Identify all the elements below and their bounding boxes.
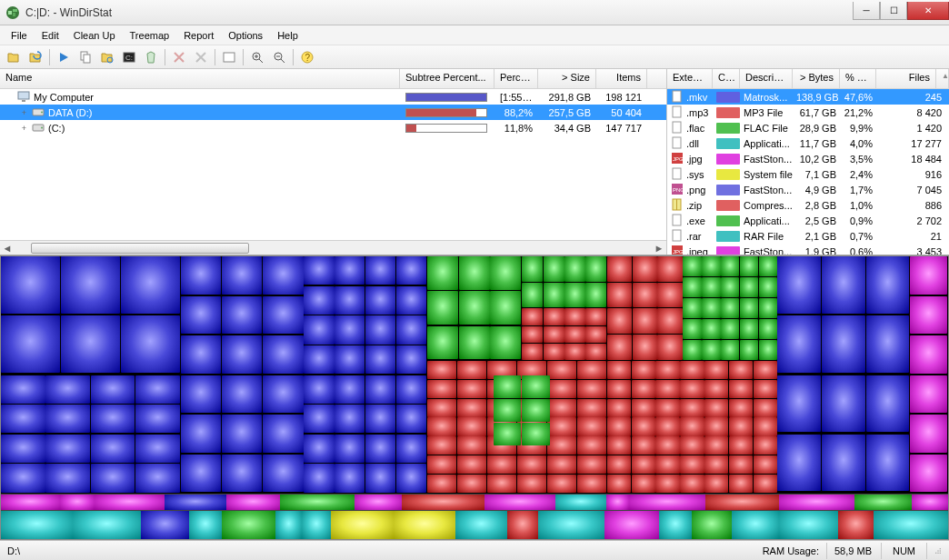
treemap-block[interactable]	[655, 399, 679, 417]
dir-col-subtree-percent-[interactable]: Subtree Percent...	[400, 69, 494, 88]
treemap-block[interactable]	[1, 464, 45, 492]
treemap-block[interactable]	[135, 375, 180, 404]
treemap-block[interactable]	[73, 511, 142, 539]
treemap-block[interactable]	[222, 511, 275, 539]
treemap-block[interactable]	[655, 475, 679, 493]
treemap-block[interactable]	[304, 405, 334, 433]
treemap-block[interactable]	[547, 436, 576, 455]
treemap-block[interactable]	[729, 417, 753, 435]
ext-col-files[interactable]: Files	[876, 69, 936, 88]
treemap-block[interactable]	[365, 405, 395, 433]
treemap-block[interactable]	[490, 291, 521, 325]
horizontal-scrollbar[interactable]: ◄ ►	[0, 240, 666, 255]
treemap-block[interactable]	[263, 256, 303, 295]
treemap-block[interactable]	[45, 375, 90, 404]
treemap-block[interactable]	[544, 283, 564, 308]
treemap-block[interactable]	[427, 361, 456, 379]
treemap-block[interactable]	[910, 335, 947, 374]
treemap-block[interactable]	[702, 277, 720, 297]
treemap-block[interactable]	[704, 417, 728, 435]
treemap-block[interactable]	[838, 511, 874, 539]
treemap-block[interactable]	[1, 435, 45, 463]
zoom-out-icon[interactable]	[269, 47, 289, 67]
treemap-block[interactable]	[538, 511, 604, 539]
treemap-block[interactable]	[494, 375, 522, 398]
treemap-block[interactable]	[365, 375, 395, 404]
treemap-block[interactable]	[607, 380, 631, 398]
delete-perm-icon[interactable]	[191, 47, 211, 67]
treemap-block[interactable]	[754, 455, 777, 474]
treemap-block[interactable]	[335, 405, 365, 433]
treemap-block[interactable]	[263, 335, 303, 374]
treemap-block[interactable]	[544, 344, 564, 360]
dir-col--size[interactable]: > Size	[538, 69, 596, 88]
treemap-block[interactable]	[729, 475, 753, 493]
treemap-block[interactable]	[304, 286, 334, 315]
cmd-icon[interactable]: C:	[119, 47, 139, 67]
treemap-block[interactable]	[91, 435, 135, 463]
directory-list[interactable]: My Computer[1:55 s]291,8 GB198 121+DATA …	[0, 89, 666, 240]
treemap-block[interactable]	[522, 283, 543, 308]
menu-help[interactable]: Help	[270, 27, 305, 44]
menu-treemap[interactable]: Treemap	[123, 27, 177, 44]
treemap-block[interactable]	[680, 417, 704, 435]
treemap-block[interactable]	[135, 464, 180, 492]
treemap-block[interactable]	[704, 399, 728, 417]
treemap-block[interactable]	[683, 298, 701, 318]
treemap-block[interactable]	[394, 511, 455, 539]
treemap-block[interactable]	[396, 375, 426, 404]
ext-row[interactable]: .dllApplicati...11,7 GB4,0%17 277	[667, 135, 949, 151]
treemap-block[interactable]	[779, 495, 854, 510]
menu-edit[interactable]: Edit	[35, 27, 66, 44]
treemap-block[interactable]	[45, 464, 90, 492]
treemap-block[interactable]	[335, 345, 365, 374]
treemap-block[interactable]	[402, 495, 484, 510]
treemap-block[interactable]	[304, 435, 334, 463]
treemap-block[interactable]	[522, 375, 550, 398]
treemap-block[interactable]	[702, 256, 720, 276]
treemap-block[interactable]	[547, 475, 576, 493]
tree-toggle-icon[interactable]: +	[20, 124, 28, 133]
treemap-block[interactable]	[704, 380, 728, 398]
treemap-block[interactable]	[263, 455, 303, 493]
treemap-block[interactable]	[607, 361, 631, 379]
ext-row[interactable]: .exeApplicati...2,5 GB0,9%2 702	[667, 213, 949, 228]
treemap-block[interactable]	[457, 436, 486, 455]
treemap-block[interactable]	[680, 380, 704, 398]
treemap-block[interactable]	[910, 415, 947, 453]
treemap-block[interactable]	[487, 475, 516, 493]
treemap-block[interactable]	[1, 375, 45, 404]
treemap-block[interactable]	[222, 455, 262, 493]
treemap-block[interactable]	[365, 256, 395, 285]
treemap-block[interactable]	[331, 511, 394, 539]
treemap-block[interactable]	[226, 495, 281, 510]
tree-toggle-icon[interactable]: +	[20, 108, 28, 117]
treemap-block[interactable]	[607, 455, 631, 474]
treemap-block[interactable]	[396, 345, 426, 374]
recycle-icon[interactable]	[141, 47, 161, 67]
treemap-block[interactable]	[910, 375, 947, 414]
treemap-block[interactable]	[866, 256, 910, 314]
refresh-all-icon[interactable]	[25, 47, 45, 67]
treemap-block[interactable]	[657, 308, 682, 334]
treemap-block[interactable]	[585, 283, 606, 308]
treemap-block[interactable]	[396, 256, 426, 285]
treemap-block[interactable]	[607, 436, 631, 455]
treemap-block[interactable]	[455, 511, 508, 539]
treemap-block[interactable]	[702, 319, 720, 339]
treemap-block[interactable]	[263, 375, 303, 414]
treemap-block[interactable]	[396, 315, 426, 344]
treemap-block[interactable]	[544, 256, 564, 282]
treemap-block[interactable]	[721, 319, 739, 339]
treemap-block[interactable]	[607, 335, 632, 360]
scroll-right-arrow-icon[interactable]: ►	[652, 243, 666, 254]
treemap-block[interactable]	[704, 455, 728, 474]
treemap-block[interactable]	[181, 415, 221, 453]
treemap-block[interactable]	[396, 286, 426, 315]
treemap-block[interactable]	[585, 256, 606, 282]
treemap-block[interactable]	[680, 475, 704, 493]
ext-row[interactable]: .mkvMatrosk...138,9 GB47,6%245	[667, 89, 949, 105]
ext-col-extensi-[interactable]: Extensi...	[667, 69, 713, 88]
treemap-block[interactable]	[607, 399, 631, 417]
treemap-block[interactable]	[585, 326, 606, 343]
